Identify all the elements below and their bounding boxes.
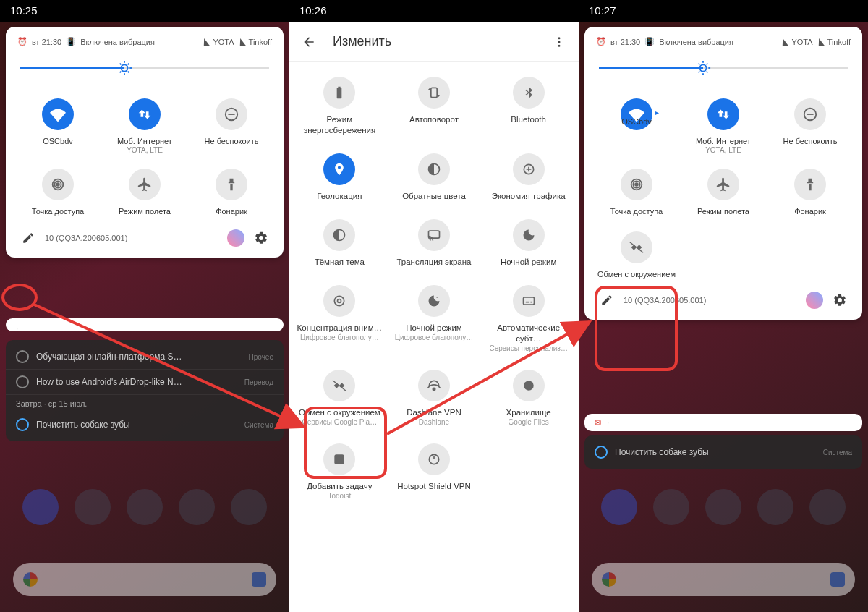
qs-tile-swap[interactable]: Моб. ИнтернетYOTA, LTE (101, 94, 188, 158)
svg-line-41 (699, 72, 700, 73)
qs-tile-hotspot[interactable]: Точка доступа (593, 164, 680, 221)
phone-screenshot-2: 10:26 Изменить Режим энергосбереженияАвт… (289, 0, 579, 612)
svg-line-42 (707, 64, 708, 65)
night2-icon (418, 285, 450, 317)
back-icon[interactable] (299, 33, 318, 51)
qs-tile-plane[interactable]: Режим полета (680, 164, 767, 221)
svg-point-23 (335, 296, 344, 305)
vibrate-icon: 📳 (66, 37, 76, 46)
qs-tile-flash[interactable]: Фонарик (767, 164, 854, 221)
qs-tile-location[interactable]: Геолокация (292, 145, 387, 211)
svg-point-11 (56, 183, 59, 186)
qs-footer: 10 (QQ3A.200605.001) (10, 221, 279, 250)
signal-icon (816, 38, 825, 46)
tile-label: Режим полета (697, 206, 749, 216)
qs-tile-plane[interactable]: Режим полета (101, 164, 188, 221)
tile-label: Моб. Интернет (696, 136, 751, 146)
user-avatar[interactable] (227, 229, 244, 247)
google-search-bar[interactable] (592, 563, 855, 596)
edit-icon[interactable] (597, 291, 616, 310)
tile-sublabel: Сервисы Google Pla… (302, 418, 377, 426)
dnd-icon (794, 98, 826, 130)
night-icon (513, 219, 545, 251)
qs-tile-power[interactable]: Hotspot Shield VPN (387, 435, 482, 509)
user-avatar[interactable] (806, 292, 823, 309)
notification-item[interactable]: Обучающая онлайн-платформа S…Прочее (6, 344, 284, 370)
qs-status-row: ⏰вт 21:30 📳Включена вибрация YOTA Tinkof… (589, 37, 858, 46)
qs-tile-cast[interactable]: Трансляция экрана (387, 211, 482, 276)
brightness-slider[interactable] (599, 59, 848, 77)
hotspot-icon (621, 169, 652, 200)
signal-icon (237, 38, 246, 46)
gmail-notification[interactable]: ✉ · (584, 414, 862, 431)
tile-label: Обмен с окружением (597, 269, 676, 279)
qs-tile-battery[interactable]: Режим энергосбережения (292, 68, 387, 145)
tile-label: Автоматические субт… (484, 323, 573, 344)
notification-item[interactable]: How to use Android's AirDrop-like N…Пере… (6, 370, 284, 395)
qs-tile-dark[interactable]: Тёмная тема (292, 211, 387, 276)
home-dock (593, 489, 854, 525)
svg-point-22 (338, 299, 341, 302)
qs-tile-vpn[interactable]: Dashlane VPNDashlane (387, 361, 482, 435)
qs-tile-night[interactable]: Ночной режим (481, 211, 576, 276)
qs-tile-datasaver[interactable]: Экономия трафика (481, 145, 576, 211)
qs-tile-wifi[interactable]: ▸OSCbdv (593, 94, 680, 158)
edit-icon[interactable] (19, 229, 38, 247)
qs-tile-dnd[interactable]: Не беспокоить (188, 94, 275, 158)
tile-label: Dashlane VPN (407, 407, 461, 418)
settings-icon[interactable] (830, 291, 849, 310)
qs-tile-invert[interactable]: Обратные цвета (387, 145, 482, 211)
google-logo-icon (23, 572, 38, 587)
google-search-bar[interactable] (13, 563, 276, 596)
vpn-icon (418, 370, 450, 401)
assistant-icon[interactable] (830, 572, 845, 587)
qs-tile-flash[interactable]: Фонарик (188, 164, 275, 221)
quick-settings-panel: ⏰вт 21:30 📳Включена вибрация YOTA Tinkof… (584, 27, 862, 320)
brightness-slider[interactable] (20, 59, 269, 77)
location-icon (323, 153, 355, 185)
settings-icon[interactable] (252, 229, 271, 247)
qs-footer: 10 (QQ3A.200605.001) (589, 284, 858, 313)
qs-tile-storage[interactable]: ХранилищеGoogle Files (481, 361, 576, 435)
tile-label: Моб. Интернет (117, 136, 172, 146)
signal-icon (202, 38, 210, 46)
qs-tile-rotate[interactable]: Автоповорот (387, 68, 482, 145)
qs-tile-captions[interactable]: Автоматические субт…Сервисы персонализ… (481, 276, 576, 361)
qs-tile-hotspot[interactable]: Точка доступа (14, 164, 101, 221)
qs-tile-dnd[interactable]: Не беспокоить (767, 94, 854, 158)
tile-label: Трансляция экрана (396, 257, 471, 268)
alarm-icon: ⏰ (596, 37, 606, 46)
assistant-icon[interactable] (252, 572, 266, 587)
qs-tile-wifi[interactable]: OSCbdv (14, 94, 101, 158)
dark-icon (323, 219, 355, 251)
qs-tile-todoist[interactable]: Добавить задачуTodoist (292, 435, 387, 509)
qs-tile-focus[interactable]: Концентрация вним…Цифровое благополу… (292, 276, 387, 361)
android-statusbar: 10:25 (0, 0, 289, 22)
tile-label: Не беспокоить (783, 136, 838, 146)
tile-label: Обмен с окружением (299, 407, 380, 418)
qs-tile-nearby[interactable]: Обмен с окружениемСервисы Google Pla… (292, 361, 387, 435)
plane-icon (707, 169, 739, 200)
tile-sublabel: Цифровое благополу… (300, 333, 379, 341)
svg-line-8 (128, 64, 129, 65)
svg-point-45 (635, 183, 638, 186)
tile-sublabel: Todoist (328, 492, 351, 500)
wifi-icon (42, 98, 74, 130)
overflow-menu-icon[interactable] (550, 33, 569, 51)
tile-label: Bluetooth (511, 114, 546, 125)
notification-strip[interactable]: · (6, 318, 284, 331)
qs-tile-swap[interactable]: Моб. ИнтернетYOTA, LTE (680, 94, 767, 158)
tile-sublabel: YOTA, LTE (705, 146, 741, 154)
tile-label: Hotspot Shield VPN (397, 481, 471, 492)
qs-tile-night2[interactable]: Ночной режимЦифровое благополу… (387, 276, 482, 361)
tile-label: Ночной режим (406, 323, 462, 333)
tile-label: OSCbdv (621, 116, 652, 127)
svg-point-29 (433, 388, 435, 390)
notification-item[interactable]: Почистить собаке зубыСистема (6, 412, 284, 437)
notification-item[interactable]: Почистить собаке зубыСистема (584, 440, 862, 464)
android-statusbar: 10:26 (289, 0, 579, 22)
tile-label: Фонарик (216, 206, 247, 216)
tile-label: Тёмная тема (315, 257, 365, 268)
qs-tile-bt[interactable]: Bluetooth (481, 68, 576, 145)
qs-tile-nearby[interactable]: Обмен с окружением (593, 227, 680, 284)
